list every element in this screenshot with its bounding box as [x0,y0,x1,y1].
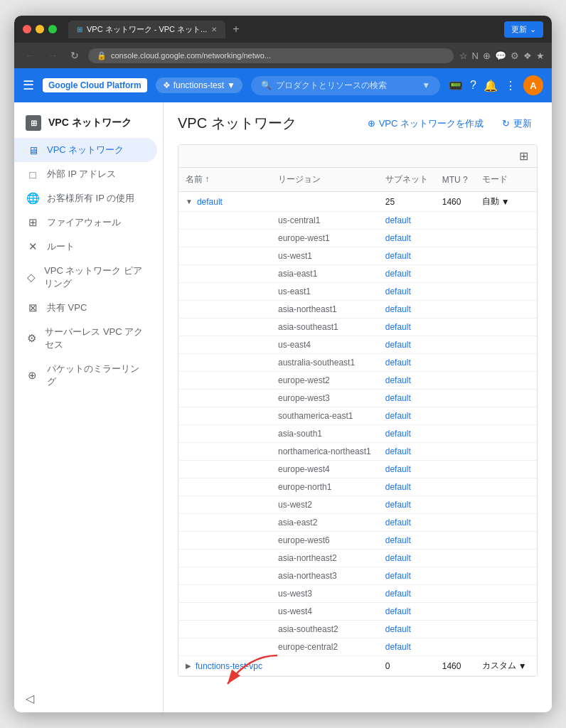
subnet-ip-cell: 10.168.0.0/20 [534,496,537,514]
subnet-subnet-cell[interactable]: default [378,478,435,496]
sidebar-collapse-button[interactable]: ◁ [14,685,163,712]
subnet-ip-cell: 10.174.0.0/20 [534,550,537,567]
extension-icon1[interactable]: N [472,50,479,61]
back-button[interactable]: ← [21,48,38,63]
subnet-subnet-cell[interactable]: default [378,230,435,247]
forward-button[interactable]: → [44,48,61,63]
subnet-row: northamerica-northeast1 default 10.162.0… [178,443,537,461]
subnet-region-cell: us-west2 [271,496,378,514]
sidebar-item-packet-mirroring[interactable]: ⊕ パケットのミラーリング [14,357,157,394]
help-icon[interactable]: ? [470,79,476,92]
expand-icon[interactable]: ▼ [186,198,193,205]
maximize-button[interactable] [48,25,57,33]
column-display-icon[interactable]: ⊞ [519,149,528,163]
bookmark-icon[interactable]: ☆ [459,50,468,61]
tab-close-icon[interactable]: ✕ [211,26,217,33]
subnet-subnet-cell[interactable]: default [378,336,435,354]
subnet-subnet-cell[interactable]: default [378,247,435,265]
project-selector[interactable]: ❖ functions-test ▼ [156,77,242,93]
global-search-bar[interactable]: 🔍 プロダクトとリソースの検索 ▼ [251,76,440,95]
subnet-region-cell: southamerica-east1 [271,407,378,425]
col-mtu[interactable]: MTU ? [435,168,475,192]
extension-icon4[interactable]: ⚙ [511,50,519,61]
subnet-subnet-cell[interactable]: default [378,638,435,656]
subnet-subnet-cell[interactable]: default [378,265,435,283]
sidebar-item-vpc[interactable]: 🖥 VPC ネットワーク [14,138,157,162]
subnet-subnet-cell[interactable]: default [378,407,435,425]
subnet-subnet-cell[interactable]: default [378,567,435,585]
brand-logo: Google Cloud Platform [43,78,147,92]
table-scroll-area[interactable]: 名前 ↑ リージョン サブネット MTU ? モード IP アドレス範囲 [178,168,537,676]
subnet-row: asia-southeast2 default 10.184.0.0/20 [178,621,537,638]
subnet-subnet-cell[interactable]: default [378,301,435,318]
subnet-subnet-cell[interactable]: default [378,532,435,550]
refresh-button[interactable]: ↻ 更新 [496,114,538,133]
network-row[interactable]: ▼ default 25 1460 自動 ▼ [178,192,537,212]
reload-button[interactable]: ↻ [67,48,82,63]
subnet-subnet-cell[interactable]: default [378,425,435,443]
subnet-subnet-cell[interactable]: default [378,585,435,603]
subnet-name-cell [178,407,271,425]
subnet-subnet-cell[interactable]: default [378,496,435,514]
subnet-mode-cell [475,230,534,247]
sidebar-item-peering[interactable]: ◇ VPC ネットワーク ピアリング [14,259,157,296]
notifications-icon[interactable]: 🔔 [484,79,498,92]
mode-dropdown-icon[interactable]: ▼ [518,661,527,671]
extension-icon6[interactable]: ★ [536,50,545,61]
subnet-mtu-cell [435,407,475,425]
subnet-subnet-cell[interactable]: default [378,550,435,567]
create-vpc-button[interactable]: ⊕ VPC ネットワークを作成 [362,114,489,133]
col-name[interactable]: 名前 ↑ [178,168,271,192]
subnet-ip-cell: 10.180.0.0/20 [534,585,537,603]
subnet-subnet-cell[interactable]: default [378,461,435,478]
subnet-region-cell: asia-northeast3 [271,567,378,585]
subnet-name-cell [178,478,271,496]
cloud-shell-icon[interactable]: 📟 [449,79,463,92]
subnet-name-cell [178,532,271,550]
sidebar-item-serverless[interactable]: ⚙ サーバーレス VPC アクセス [14,320,157,357]
subnet-subnet-cell[interactable]: default [378,212,435,230]
sidebar-item-firewall[interactable]: ⊞ ファイアウォール [14,210,157,235]
sidebar-item-shared-vpc[interactable]: ⊠ 共有 VPC [14,296,157,320]
subnet-subnet-cell[interactable]: default [378,354,435,372]
subnet-subnet-cell[interactable]: default [378,603,435,621]
hamburger-menu-icon[interactable]: ☰ [23,77,34,93]
subnet-subnet-cell[interactable]: default [378,443,435,461]
traffic-lights [23,25,57,33]
sidebar-item-routes[interactable]: ✕ ルート [14,235,157,259]
network-name-cell[interactable]: ▼ default [178,192,271,212]
minimize-button[interactable] [36,25,44,33]
subnet-subnet-cell[interactable]: default [378,514,435,532]
subnet-subnet-cell[interactable]: default [378,390,435,407]
network-name-text: default [197,197,223,207]
sidebar-item-bring-your-own-ip[interactable]: 🌐 お客様所有 IP の使用 [14,186,157,210]
col-mode[interactable]: モード [475,168,534,192]
subnet-subnet-cell[interactable]: default [378,318,435,336]
browser-update-button[interactable]: 更新 ⌄ [504,21,543,38]
tab-title: VPC ネットワーク - VPC ネット... [87,24,207,35]
extension-icon5[interactable]: ❖ [523,50,532,61]
subnet-region-cell: asia-east2 [271,514,378,532]
subnet-name-cell [178,230,271,247]
close-button[interactable] [23,25,31,33]
col-region[interactable]: リージョン [271,168,378,192]
network-mode-cell: 自動 ▼ [475,192,534,212]
network-mtu-cell: 1460 [435,192,475,212]
active-tab[interactable]: ⊞ VPC ネットワーク - VPC ネット... ✕ [68,21,225,38]
page-header: VPC ネットワーク ⊕ VPC ネットワークを作成 ↻ 更新 [178,114,538,133]
subnet-ip-cell: 10.142.0.0/20 [534,283,537,301]
subnet-subnet-cell[interactable]: default [378,621,435,638]
new-tab-button[interactable]: + [228,23,243,36]
subnet-mode-cell [475,407,534,425]
url-bar[interactable]: 🔒 console.cloud.google.com/networking/ne… [88,48,454,63]
subnet-subnet-cell[interactable]: default [378,372,435,390]
subnet-subnet-cell[interactable]: default [378,283,435,301]
user-avatar[interactable]: A [523,75,543,95]
more-options-icon[interactable]: ⋮ [505,79,516,92]
extension-icon3[interactable]: 💬 [495,50,506,61]
sidebar-item-external-ip[interactable]: □ 外部 IP アドレス [14,162,157,186]
mode-dropdown-icon[interactable]: ▼ [501,197,510,207]
col-subnets[interactable]: サブネット [378,168,435,192]
col-ip-range[interactable]: IP アドレス範囲 [534,168,537,192]
extension-icon2[interactable]: ⊕ [483,50,491,61]
